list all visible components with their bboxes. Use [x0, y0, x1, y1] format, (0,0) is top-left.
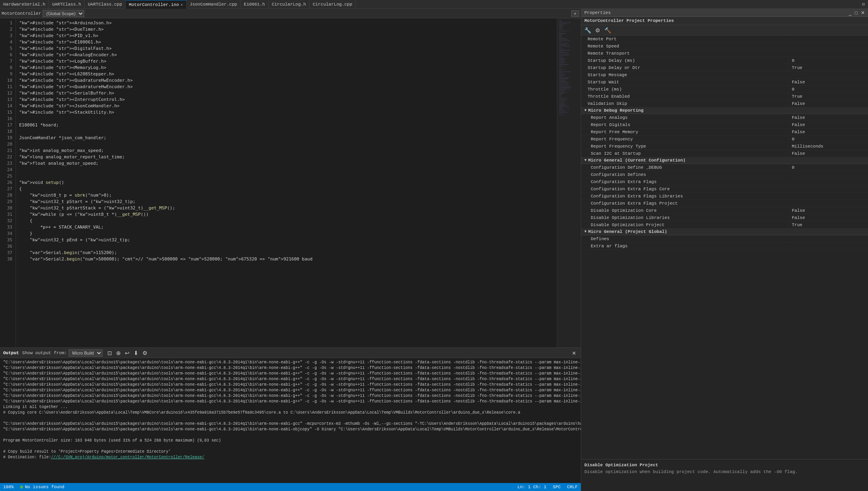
prop-value[interactable]: 0 [788, 57, 868, 64]
prop-value[interactable]: False [788, 207, 868, 214]
prop-row: Remote Transport [581, 50, 868, 57]
section-label: Micro Debug Reporting [588, 108, 643, 113]
prop-row: Report Digitals False [581, 121, 868, 128]
window-close-button[interactable]: ✕ [861, 10, 865, 16]
prop-row: Configuration Extra Flags Project [581, 200, 868, 207]
status-dot [20, 485, 23, 489]
prop-value[interactable]: True [788, 65, 868, 71]
prop-value[interactable]: 0 [788, 86, 868, 93]
prop-name: Extra ar flags [581, 243, 788, 249]
tab-label: CircularLog.h [272, 2, 306, 7]
section-label: Micro General (Project Global) [588, 229, 667, 234]
prop-row: Startup Delay (ms) 0 [581, 57, 868, 64]
prop-value[interactable] [788, 74, 868, 76]
prop-value[interactable] [788, 53, 868, 54]
prop-row: Report Analogs False [581, 114, 868, 121]
prop-value[interactable] [788, 195, 868, 197]
properties-wrench-button[interactable]: 🔧 [583, 26, 593, 34]
prop-row: Report Free Memory False [581, 128, 868, 136]
tab-hardware-serial[interactable]: HardwareSerial.h [0, 0, 49, 9]
prop-value[interactable] [788, 238, 868, 240]
prop-value[interactable] [788, 245, 868, 247]
prop-row: Configuration Extra Flags Core [581, 185, 868, 193]
tab-circular-log-cpp[interactable]: CircularLog.cpp [310, 0, 356, 9]
prop-value[interactable]: False [788, 129, 868, 135]
output-copy-button[interactable]: ⊕ [114, 349, 122, 357]
tab-motor-controller[interactable]: MotorController.ino ✕ [126, 0, 186, 9]
prop-value[interactable] [788, 181, 868, 183]
properties-tool-button[interactable]: 🔨 [603, 26, 613, 34]
tab-label: UARTClass.cpp [88, 2, 122, 7]
prop-name: Startup Wait [581, 79, 788, 85]
close-panel-icon[interactable]: ⊟ [860, 2, 866, 7]
prop-value[interactable] [788, 203, 868, 204]
output-auto-scroll-button[interactable]: ⬇ [132, 349, 140, 357]
tab-uart-class-cpp[interactable]: UARTClass.cpp [85, 0, 126, 9]
tab-e10061[interactable]: E10061.h [241, 0, 268, 9]
tab-label: UARTClass.h [52, 2, 81, 7]
output-settings-button[interactable]: ⚙ [141, 349, 149, 357]
prop-value[interactable]: True [788, 93, 868, 100]
prop-row: Throttle Enabled True [581, 93, 868, 100]
prop-value[interactable]: False [788, 150, 868, 157]
minimap [557, 18, 581, 347]
prop-value[interactable]: False [788, 101, 868, 107]
window-minimize-button[interactable]: _ [849, 10, 852, 16]
output-clear-button[interactable]: ⊡ [106, 349, 114, 357]
tab-label: E10061.h [244, 2, 265, 7]
output-wrap-button[interactable]: ↩ [123, 349, 131, 357]
prop-row: Remote Speed [581, 43, 868, 50]
prop-value[interactable]: 0 [788, 164, 868, 171]
scope-dropdown[interactable]: (Global Scope) [43, 10, 84, 17]
prop-name: Defines [581, 236, 788, 242]
tab-close-icon[interactable]: ✕ [181, 2, 183, 7]
section-collapse-icon: ▼ [584, 158, 586, 162]
prop-value[interactable]: False [788, 114, 868, 121]
prop-section-micro_general_current[interactable]: ▼ Micro General (Current Configuration) [581, 157, 868, 164]
prop-value[interactable] [788, 38, 868, 40]
output-source-label: Show output from: [22, 351, 67, 355]
prop-section-micro_debug[interactable]: ▼ Micro Debug Reporting [581, 107, 868, 114]
tab-uart-class-h[interactable]: UARTClass.h [49, 0, 85, 9]
properties-window-header: Properties _ □ ✕ [581, 9, 868, 17]
prop-value[interactable]: 0 [788, 136, 868, 142]
editor-toolbar: MotorController (Global Scope) + [0, 9, 581, 18]
output-content[interactable]: "C:\Users\AndersEriksson\AppData\Local\a… [0, 358, 581, 483]
line-ending-label: CRLF [567, 485, 578, 489]
prop-value[interactable]: False [788, 215, 868, 221]
prop-name: Configuration Define _DEBUG [581, 164, 788, 171]
prop-value[interactable]: False [788, 122, 868, 128]
window-maximize-button[interactable]: □ [855, 10, 858, 16]
prop-name: Configuration Extra Flags Project [581, 200, 788, 207]
prop-row: Configuration Extra Flags [581, 178, 868, 185]
properties-subtitle: MotorController Project Properties [581, 17, 868, 25]
properties-gear-button[interactable]: ⚙ [594, 26, 602, 34]
tab-json-com-handler[interactable]: JsonComHandler.cpp [187, 0, 241, 9]
properties-panel: Properties _ □ ✕ MotorController Project… [581, 9, 868, 491]
tab-circular-log-h[interactable]: CircularLog.h [268, 0, 310, 9]
add-tab-button[interactable]: + [571, 10, 579, 17]
prop-value[interactable] [788, 45, 868, 47]
prop-name: Report Analogs [581, 114, 788, 121]
properties-window-title: Properties [584, 10, 849, 15]
status-bar: 100% No issues found Ln: 1 Ch: 1 SPC CRL… [0, 483, 581, 491]
prop-value[interactable]: True [788, 222, 868, 228]
prop-name: Startup Delay or Dtr [581, 65, 788, 71]
prop-value[interactable] [788, 188, 868, 190]
prop-row: Defines [581, 235, 868, 243]
window-controls: _ □ ✕ [849, 10, 865, 16]
tab-label: CircularLog.cpp [313, 2, 352, 7]
prop-name: Throttle (ms) [581, 86, 788, 93]
output-close-button[interactable]: ✕ [570, 349, 578, 357]
prop-value[interactable] [788, 174, 868, 175]
prop-value[interactable]: Milliseconds [788, 143, 868, 150]
prop-name: Disable Optimization Libraries [581, 215, 788, 221]
section-collapse-icon: ▼ [584, 108, 586, 112]
prop-name: Startup Message [581, 72, 788, 78]
prop-value[interactable]: False [788, 79, 868, 85]
prop-section-micro_general_global[interactable]: ▼ Micro General (Project Global) [581, 229, 868, 235]
section-label: Micro General (Current Configuration) [588, 158, 685, 163]
code-content[interactable]: "kw">#include "str"><ArduinoJson.h> "kw"… [16, 18, 557, 347]
output-source-dropdown[interactable]: Micro Build [69, 349, 103, 357]
file-name-label: MotorController [2, 11, 41, 16]
